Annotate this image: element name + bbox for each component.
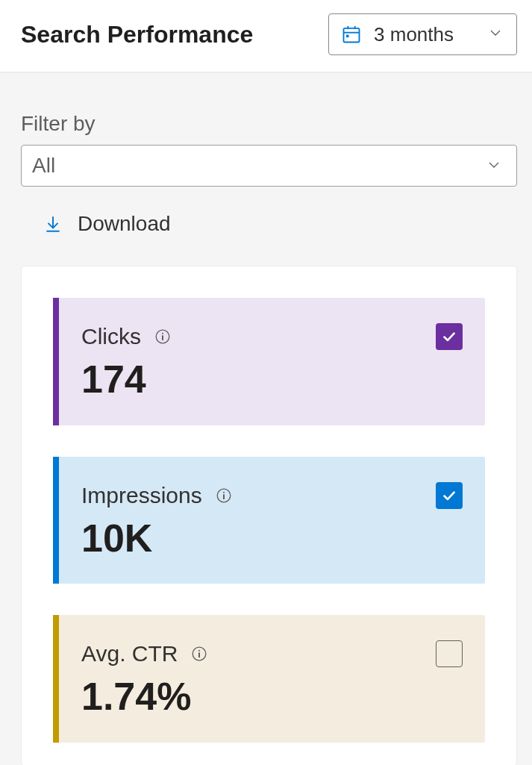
period-select[interactable]: 3 months bbox=[328, 13, 517, 55]
header: Search Performance 3 months bbox=[0, 0, 532, 73]
metric-header: Avg. CTR bbox=[81, 640, 463, 667]
metric-header: Clicks bbox=[81, 323, 463, 350]
metric-checkbox[interactable] bbox=[436, 323, 463, 350]
svg-rect-8 bbox=[162, 333, 163, 334]
period-label: 3 months bbox=[374, 23, 454, 46]
metric-checkbox[interactable] bbox=[436, 482, 463, 509]
calendar-icon bbox=[341, 24, 362, 45]
svg-rect-11 bbox=[223, 491, 225, 493]
metric-value: 1.74% bbox=[81, 676, 463, 717]
metric-name: Clicks bbox=[81, 324, 141, 349]
body: Filter by All Download Clicks bbox=[0, 73, 532, 765]
metric-checkbox[interactable] bbox=[436, 640, 463, 667]
metric-card-ctr[interactable]: Avg. CTR 1.74% bbox=[53, 615, 485, 743]
chevron-down-icon bbox=[488, 25, 503, 43]
metric-card-impressions[interactable]: Impressions 10K bbox=[53, 457, 485, 584]
page-title: Search Performance bbox=[21, 21, 253, 49]
metric-name: Avg. CTR bbox=[81, 641, 178, 666]
svg-rect-0 bbox=[344, 28, 360, 43]
filter-label: Filter by bbox=[21, 112, 517, 136]
svg-rect-9 bbox=[162, 335, 163, 340]
info-icon[interactable] bbox=[216, 487, 232, 504]
download-label: Download bbox=[78, 212, 171, 236]
svg-rect-15 bbox=[198, 653, 200, 658]
info-icon[interactable] bbox=[191, 646, 207, 662]
metric-name: Impressions bbox=[81, 483, 202, 508]
metric-header: Impressions bbox=[81, 482, 463, 509]
download-button[interactable]: Download bbox=[43, 212, 171, 236]
filter-value: All bbox=[32, 154, 55, 178]
metric-card-clicks[interactable]: Clicks 174 bbox=[53, 298, 485, 425]
svg-rect-4 bbox=[346, 35, 349, 38]
chevron-down-icon bbox=[486, 154, 501, 178]
svg-rect-14 bbox=[198, 650, 200, 652]
svg-rect-12 bbox=[223, 494, 225, 499]
metric-value: 10K bbox=[81, 518, 463, 559]
metric-value: 174 bbox=[81, 359, 463, 400]
filter-select[interactable]: All bbox=[21, 145, 517, 187]
info-icon[interactable] bbox=[154, 328, 171, 345]
metrics-panel: Clicks 174 Impressions bbox=[21, 266, 517, 765]
download-icon bbox=[43, 214, 63, 234]
